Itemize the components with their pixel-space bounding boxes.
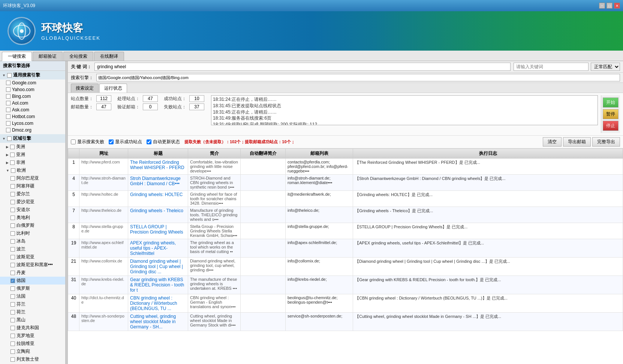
tab-translate[interactable]: 在线翻译 [94,52,124,61]
cb-finland[interactable] [10,302,15,307]
sidebar-item-france[interactable]: 法国 [0,292,65,300]
sidebar-item-estonia[interactable]: 爱沙尼亚 [0,198,65,206]
close-button[interactable]: ✕ [614,3,620,9]
sidebar-item-asia[interactable]: ▶ 亚洲 [0,151,65,159]
sidebar-item-lithuania[interactable]: 立陶宛 [0,348,65,355]
cell-title[interactable]: Cutting wheel, grinding wheel stocklot M… [128,313,188,331]
sidebar-item-austria[interactable]: 奥地利 [0,214,65,222]
sidebar-item-russia[interactable]: 俄罗斯 [0,285,65,292]
match-type-select[interactable]: 正常匹配 [591,63,620,71]
clear-button[interactable]: 清空 [543,137,562,147]
cell-url[interactable]: http://www.theleico.de [79,207,128,223]
sidebar-item-hotbot[interactable]: Hotbot.com [0,113,65,120]
sidebar-item-montenegro[interactable]: 黑山 [0,316,65,324]
cb-bing[interactable] [6,94,10,99]
cb-albania[interactable] [10,176,15,181]
minimize-button[interactable]: － [599,3,605,9]
sidebar-item-latvia[interactable]: 拉脱维亚 [0,340,65,348]
sidebar-item-ireland[interactable]: 爱尔兰 [0,190,65,198]
cb-ask[interactable] [6,108,10,112]
show-failed-checkbox[interactable] [71,139,76,144]
cell-title[interactable]: Grinding wheels - Theleico [128,207,188,223]
cb-google[interactable] [6,81,10,85]
cb-liechtenstein[interactable] [10,357,15,362]
sidebar-item-denmark[interactable]: 丹麦 [0,269,65,277]
cell-url[interactable]: http://www.stella-gruppe.de [79,223,128,239]
tab-search-settings[interactable]: 搜索设定 [71,84,99,93]
cb-france[interactable] [10,294,15,299]
sidebar-item-bing[interactable]: Bing.com [0,93,65,100]
cb-americas[interactable] [10,145,15,149]
start-button[interactable]: 开始 [603,97,619,108]
cb-czech[interactable] [10,326,15,330]
cb-hotbot[interactable] [6,114,10,119]
cell-title[interactable]: STELLA GROUP | Precision Grinding Wheels [128,223,188,239]
sidebar-item-netherlands[interactable]: 荷兰 [0,308,65,316]
cell-url[interactable]: http://www.apex-schleifmittel.de [79,239,128,258]
sidebar-item-americas[interactable]: ▶ 美洲 [0,143,65,151]
cb-netherlands[interactable] [10,310,15,315]
export-email-button[interactable]: 导出邮箱 [563,137,591,147]
cb-belgium[interactable] [10,231,15,236]
sidebar-item-andorra[interactable]: 安道尔 [0,206,65,214]
sidebar-item-azerbaijan[interactable]: 阿塞拜疆 [0,182,65,190]
sidebar-item-liechtenstein[interactable]: 列支敦士登 [0,355,65,363]
cb-asia[interactable] [10,153,15,157]
cb-bosnia[interactable] [10,255,15,259]
sidebar-item-ask[interactable]: Ask.com [0,106,65,113]
sidebar-item-croatia[interactable]: 克罗地亚 [0,332,65,340]
cell-title[interactable]: Grinding wheels: HOLTEC [128,191,188,207]
tab-full-search[interactable]: 全站搜索 [63,52,93,61]
sidebar-item-africa[interactable]: ▶ 非洲 [0,159,65,166]
cb-croatia[interactable] [10,334,15,338]
sidebar-item-iceland[interactable]: 冰岛 [0,237,65,245]
tree-regional-engines[interactable]: ▼ 区域引擎 [0,134,65,143]
cell-url[interactable]: http://www.collomix.de [79,258,128,276]
tab-run-status[interactable]: 运行状态 [99,84,127,93]
tab-one-key-search[interactable]: 一键搜索 [2,52,32,61]
checkbox-general[interactable] [7,73,12,78]
pause-button[interactable]: 暂停 [603,109,619,119]
sidebar-item-albania[interactable]: 阿尔巴尼亚 [0,174,65,182]
show-success-label[interactable]: 显示成功站点 [109,139,142,145]
sidebar-item-poland[interactable]: 波兰 [0,245,65,253]
cb-latvia[interactable] [10,342,15,346]
cb-germany[interactable]: ✓ [10,279,15,283]
full-export-button[interactable]: 完整导出 [592,137,620,147]
sidebar-item-belarus[interactable]: 白俄罗斯 [0,222,65,229]
cell-url[interactable]: http://www.pferd.com [79,159,128,175]
cb-belarus[interactable] [10,223,15,228]
checkbox-regional[interactable] [7,136,12,141]
cb-europe[interactable] [11,168,15,173]
sidebar-item-yahoo[interactable]: Yahoo.com [0,86,65,93]
show-success-checkbox[interactable] [109,139,114,144]
cb-ireland[interactable] [10,192,15,196]
sidebar-item-germany[interactable]: ✓ 德国 [0,277,65,285]
cell-url[interactable]: http://www.holtec.de [79,191,128,207]
cb-russia[interactable] [10,286,15,291]
cell-title[interactable]: CBN grinding wheel : Dictionary / Wörter… [128,294,188,313]
engine-input[interactable] [96,74,620,81]
cb-lithuania[interactable] [10,349,15,354]
cell-title[interactable]: Stroh Diamantwerkzeuge GmbH : Diamond / … [128,175,188,191]
sidebar-item-bih[interactable]: 波斯尼亚和黑塞••• [0,261,65,269]
sidebar-item-belgium[interactable]: 比利时 [0,229,65,237]
cell-title[interactable]: The Reinforced Grinding Wheel WHISPER - … [128,159,188,175]
stop-button[interactable]: 停止 [603,121,619,131]
sidebar-item-bosnia[interactable]: 波斯尼亚 [0,253,65,261]
tab-email-verify[interactable]: 邮箱验证 [33,52,63,61]
cb-bih[interactable] [10,263,15,267]
cell-title[interactable]: Gear grinding with KREBS & RIEDEL Precis… [128,276,188,294]
cb-dmoz[interactable] [6,128,10,132]
sidebar-item-lycos[interactable]: Lycos.com [0,120,65,127]
cb-africa[interactable] [10,160,15,165]
show-failed-label[interactable]: 显示搜索失败 [71,139,104,145]
cell-url[interactable]: http://www.stroh-diamant.de [79,175,128,191]
cell-url[interactable]: http://www.sh-sonderposten.de [79,313,128,331]
sidebar-item-google[interactable]: Google.com [0,79,65,86]
keyword-input[interactable] [94,63,511,71]
cb-iceland[interactable] [10,239,15,244]
sidebar-item-finland[interactable]: 芬兰 [0,300,65,308]
cb-austria[interactable] [10,216,15,220]
sidebar-item-aol[interactable]: Aol.com [0,100,65,106]
